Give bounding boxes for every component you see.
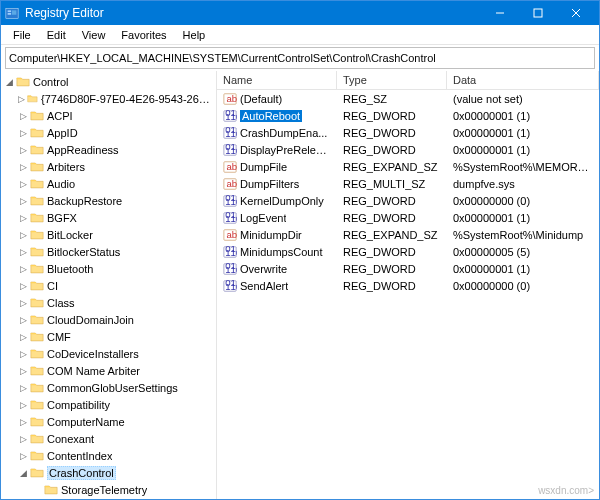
tree-item[interactable]: ▷CoDeviceInstallers: [1, 345, 216, 362]
menu-favorites[interactable]: Favorites: [113, 27, 174, 43]
tree-item[interactable]: ▷{7746D80F-97E0-4E26-9543-26B41FC22F79}: [1, 90, 216, 107]
tree-item[interactable]: ▷ContentIndex: [1, 447, 216, 464]
chevron-right-icon[interactable]: ▷: [17, 144, 29, 156]
tree-item[interactable]: ▷Class: [1, 294, 216, 311]
folder-icon: [30, 313, 44, 326]
folder-icon: [30, 262, 44, 275]
folder-icon: [30, 415, 44, 428]
address-bar[interactable]: [5, 47, 595, 69]
menubar: File Edit View Favorites Help: [1, 25, 599, 45]
value-data: 0x00000001 (1): [447, 144, 599, 156]
menu-edit[interactable]: Edit: [39, 27, 74, 43]
tree-item[interactable]: ▷Audio: [1, 175, 216, 192]
key-tree[interactable]: ◢Control▷{7746D80F-97E0-4E26-9543-26B41F…: [1, 71, 217, 499]
chevron-right-icon[interactable]: ▷: [17, 416, 29, 428]
svg-text:110: 110: [225, 264, 237, 275]
tree-item[interactable]: ▷COM Name Arbiter: [1, 362, 216, 379]
tree-item[interactable]: ▷ComputerName: [1, 413, 216, 430]
column-type[interactable]: Type: [337, 71, 447, 89]
value-row[interactable]: 011110SendAlertREG_DWORD0x00000000 (0): [217, 277, 599, 294]
tree-item[interactable]: ▷BitlockerStatus: [1, 243, 216, 260]
chevron-right-icon[interactable]: ▷: [17, 178, 29, 190]
value-row[interactable]: abMinidumpDirREG_EXPAND_SZ%SystemRoot%\M…: [217, 226, 599, 243]
tree-item[interactable]: ▷BitLocker: [1, 226, 216, 243]
tree-label: Class: [47, 297, 75, 309]
tree-item[interactable]: ▷CommonGlobUserSettings: [1, 379, 216, 396]
chevron-right-icon[interactable]: ▷: [17, 195, 29, 207]
value-row[interactable]: abDumpFiltersREG_MULTI_SZdumpfve.sys: [217, 175, 599, 192]
chevron-right-icon[interactable]: ▷: [17, 212, 29, 224]
folder-icon: [30, 296, 44, 309]
titlebar[interactable]: Registry Editor: [1, 1, 599, 25]
folder-icon: [30, 449, 44, 462]
chevron-right-icon[interactable]: ▷: [17, 229, 29, 241]
tree-item[interactable]: ▷Arbiters: [1, 158, 216, 175]
chevron-right-icon[interactable]: ▷: [17, 297, 29, 309]
tree-item-child[interactable]: StorageTelemetry: [1, 481, 216, 498]
value-row[interactable]: 011110KernelDumpOnlyREG_DWORD0x00000000 …: [217, 192, 599, 209]
tree-item[interactable]: ▷CloudDomainJoin: [1, 311, 216, 328]
chevron-right-icon[interactable]: ▷: [17, 263, 29, 275]
chevron-right-icon[interactable]: ▷: [17, 110, 29, 122]
value-row[interactable]: 011110CrashDumpEna...REG_DWORD0x00000001…: [217, 124, 599, 141]
tree-item[interactable]: ▷BackupRestore: [1, 192, 216, 209]
tree-item[interactable]: ▷Bluetooth: [1, 260, 216, 277]
value-row[interactable]: 011110LogEventREG_DWORD0x00000001 (1): [217, 209, 599, 226]
folder-icon: [30, 177, 44, 190]
binary-value-icon: 011110: [223, 262, 237, 276]
tree-item-root[interactable]: ◢Control: [1, 73, 216, 90]
chevron-right-icon[interactable]: ▷: [17, 382, 29, 394]
tree-item[interactable]: ◢CrashControl: [1, 464, 216, 481]
chevron-right-icon[interactable]: ▷: [17, 399, 29, 411]
chevron-right-icon[interactable]: ▷: [17, 161, 29, 173]
value-data: 0x00000001 (1): [447, 263, 599, 275]
value-row[interactable]: 011110AutoRebootREG_DWORD0x00000001 (1): [217, 107, 599, 124]
menu-file[interactable]: File: [5, 27, 39, 43]
tree-item[interactable]: ▷BGFX: [1, 209, 216, 226]
svg-text:ab: ab: [227, 228, 238, 239]
value-row[interactable]: 011110OverwriteREG_DWORD0x00000001 (1): [217, 260, 599, 277]
minimize-button[interactable]: [481, 1, 519, 25]
chevron-right-icon[interactable]: ▷: [17, 331, 29, 343]
string-value-icon: ab: [223, 92, 237, 106]
tree-item[interactable]: ▷AppReadiness: [1, 141, 216, 158]
value-type: REG_EXPAND_SZ: [337, 229, 447, 241]
value-row[interactable]: abDumpFileREG_EXPAND_SZ%SystemRoot%\MEMO…: [217, 158, 599, 175]
chevron-right-icon[interactable]: ▷: [17, 246, 29, 258]
chevron-right-icon[interactable]: ▷: [17, 433, 29, 445]
column-name[interactable]: Name: [217, 71, 337, 89]
chevron-right-icon[interactable]: ▷: [17, 314, 29, 326]
folder-icon: [30, 381, 44, 394]
chevron-down-icon[interactable]: ◢: [17, 467, 29, 479]
tree-item[interactable]: ▷CMF: [1, 328, 216, 345]
value-row[interactable]: 011110MinidumpsCountREG_DWORD0x00000005 …: [217, 243, 599, 260]
chevron-right-icon[interactable]: ▷: [17, 348, 29, 360]
address-input[interactable]: [9, 52, 591, 64]
chevron-right-icon[interactable]: ▷: [17, 280, 29, 292]
menu-view[interactable]: View: [74, 27, 114, 43]
menu-help[interactable]: Help: [175, 27, 214, 43]
chevron-right-icon[interactable]: ▷: [17, 93, 26, 105]
maximize-button[interactable]: [519, 1, 557, 25]
tree-item[interactable]: ▷AppID: [1, 124, 216, 141]
list-header[interactable]: Name Type Data: [217, 71, 599, 90]
binary-value-icon: 011110: [223, 211, 237, 225]
chevron-down-icon[interactable]: ◢: [3, 76, 15, 88]
values-list[interactable]: Name Type Data ab(Default)REG_SZ(value n…: [217, 71, 599, 499]
tree-item[interactable]: ▷ACPI: [1, 107, 216, 124]
close-button[interactable]: [557, 1, 595, 25]
tree-item[interactable]: ▷Cryptography: [1, 498, 216, 499]
tree-label: Bluetooth: [47, 263, 93, 275]
chevron-right-icon[interactable]: ▷: [17, 365, 29, 377]
svg-text:ab: ab: [227, 92, 238, 103]
chevron-right-icon[interactable]: ▷: [17, 127, 29, 139]
tree-label: CloudDomainJoin: [47, 314, 134, 326]
value-data: dumpfve.sys: [447, 178, 599, 190]
tree-item[interactable]: ▷CI: [1, 277, 216, 294]
tree-item[interactable]: ▷Conexant: [1, 430, 216, 447]
value-row[interactable]: 011110DisplayPreRelea...REG_DWORD0x00000…: [217, 141, 599, 158]
column-data[interactable]: Data: [447, 71, 599, 89]
value-row[interactable]: ab(Default)REG_SZ(value not set): [217, 90, 599, 107]
chevron-right-icon[interactable]: ▷: [17, 450, 29, 462]
tree-item[interactable]: ▷Compatibility: [1, 396, 216, 413]
